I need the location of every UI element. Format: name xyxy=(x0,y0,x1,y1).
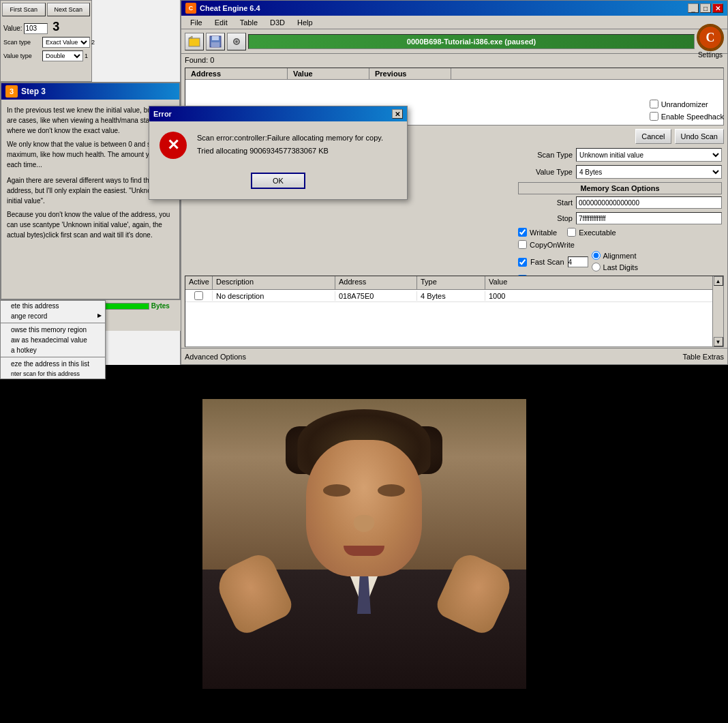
col-active: Active xyxy=(185,276,213,289)
meme-left-eye xyxy=(323,484,350,497)
menu-help[interactable]: Help xyxy=(292,17,318,28)
context-item-delete[interactable]: ete this address xyxy=(1,301,105,311)
copy-on-write-checkbox[interactable] xyxy=(518,240,527,249)
start-label: Start xyxy=(518,198,573,207)
ok-button[interactable]: OK xyxy=(251,173,305,189)
save-file-button[interactable] xyxy=(206,33,225,50)
value-label: Value: xyxy=(3,25,22,32)
error-button-row: OK xyxy=(149,169,407,199)
value-type-select[interactable]: 4 Bytes xyxy=(576,165,722,179)
settings-button[interactable] xyxy=(227,33,246,50)
enable-speedhack-label: Enable Speedhack xyxy=(661,113,724,121)
next-scan-button[interactable]: Next Scan xyxy=(47,3,91,16)
ce-titlebar: C Cheat Engine 6.4 _ □ ✕ xyxy=(181,1,727,16)
meme-mouth xyxy=(344,546,384,556)
context-menu: ete this address ange record owse this m… xyxy=(0,300,106,379)
open-file-button[interactable] xyxy=(185,33,204,50)
ce-window-controls: _ □ ✕ xyxy=(688,3,723,13)
svg-marker-1 xyxy=(189,36,192,38)
step-text-4: Because you don't know the value of the … xyxy=(7,209,174,240)
address-list: Active Description Address Type Value No… xyxy=(185,276,724,347)
svg-rect-3 xyxy=(212,36,219,40)
scroll-up-arrow[interactable]: ▲ xyxy=(714,276,723,286)
advanced-options-label[interactable]: Advanced Options xyxy=(185,353,246,361)
address-active-check[interactable] xyxy=(194,291,203,300)
ce-status-bar: Found: 0 xyxy=(181,54,727,66)
table-extras-label[interactable]: Table Extras xyxy=(682,353,724,361)
unrandomizer-checkbox[interactable] xyxy=(650,100,658,108)
scan-options-panel: Scan Type Unknown initial value Value Ty… xyxy=(516,146,724,287)
fast-scan-input[interactable] xyxy=(568,256,588,267)
address-list-row[interactable]: No description 018A75E0 4 Bytes 1000 xyxy=(185,290,723,302)
menu-table[interactable]: Table xyxy=(234,17,263,28)
col-value: Value xyxy=(288,68,369,79)
meme-nose xyxy=(354,515,374,532)
last-digits-radio[interactable] xyxy=(592,263,601,271)
value-type-select-mini[interactable]: Double xyxy=(42,50,83,61)
close-button[interactable]: ✕ xyxy=(712,3,723,13)
cancel-button[interactable]: Cancel xyxy=(635,129,671,144)
fast-scan-checkbox[interactable] xyxy=(518,258,527,267)
meme-right-eye xyxy=(378,484,405,497)
executable-label: Executable xyxy=(579,228,616,237)
ce-title-left: C Cheat Engine 6.4 xyxy=(185,3,260,14)
executable-checkbox[interactable] xyxy=(567,228,576,237)
scan-type-label: Scan Type xyxy=(518,151,573,159)
error-dialog: Error ✕ ✕ Scan error:controller:Failure … xyxy=(149,106,408,200)
enable-speedhack-checkbox[interactable] xyxy=(650,112,658,121)
context-item-hex[interactable]: aw as hexadecimal value xyxy=(1,335,105,345)
error-title-text: Error xyxy=(153,110,172,118)
error-close-button[interactable]: ✕ xyxy=(392,109,403,119)
col-val: Value xyxy=(485,276,723,289)
progress-label: Bytes xyxy=(151,302,170,310)
unrandomizer-label: Unrandomizer xyxy=(661,100,708,108)
scan-type-select-mini[interactable]: Exact Value xyxy=(42,37,90,48)
menu-file[interactable]: File xyxy=(185,17,208,28)
fast-scan-label: Fast Scan xyxy=(530,258,564,266)
step-title: Step 3 xyxy=(21,87,46,96)
mini-scan-window: First Scan Next Scan Value: 103 3 Scan t… xyxy=(0,0,92,82)
scan-type-select[interactable]: Unknown initial value xyxy=(576,148,722,162)
context-item-change[interactable]: ange record xyxy=(1,311,105,321)
start-input[interactable] xyxy=(576,196,722,209)
ce-footer: Advanced Options Table Extras xyxy=(181,348,727,364)
context-item-hotkey[interactable]: a hotkey xyxy=(1,345,105,355)
step-icon: 3 xyxy=(5,85,18,98)
meme-section: CHEAT ENGINE HISTORY HD imgflip.com xyxy=(0,365,728,723)
addr-scrollbar[interactable]: ▲ ▼ xyxy=(712,276,723,346)
menu-edit[interactable]: Edit xyxy=(209,17,233,28)
context-item-freeze[interactable]: eze the address in this list xyxy=(1,359,105,369)
copy-on-write-label: CopyOnWrite xyxy=(530,241,575,249)
exact-value-label: 2 xyxy=(91,39,95,46)
error-message-line2: Tried allocating 9006934577383067 KB xyxy=(197,147,329,155)
row-active-checkbox[interactable] xyxy=(185,291,213,301)
ce-logo: C xyxy=(697,24,724,51)
row-description: No description xyxy=(213,291,335,301)
svg-text:C: C xyxy=(706,31,715,44)
last-digits-label: Last Digits xyxy=(603,263,638,271)
minimize-button[interactable]: _ xyxy=(688,3,699,13)
process-bar[interactable]: 0000B698-Tutorial-i386.exe (paused) xyxy=(248,34,695,49)
context-item-scan[interactable]: nter scan for this address xyxy=(1,369,105,379)
scroll-down-arrow[interactable]: ▼ xyxy=(714,337,723,346)
context-item-browse[interactable]: owse this memory region xyxy=(1,325,105,335)
writable-label: Writable xyxy=(530,228,557,237)
first-scan-button[interactable]: First Scan xyxy=(2,3,46,16)
meme-face xyxy=(306,440,422,576)
step-title-bar: 3 Step 3 xyxy=(1,83,179,100)
maximize-button[interactable]: □ xyxy=(700,3,711,13)
row-value: 1000 xyxy=(485,291,723,301)
col-type: Type xyxy=(417,276,485,289)
alignment-label: Alignment xyxy=(603,252,637,260)
error-message-line1: Scan error:controller:Failure allocating… xyxy=(197,134,383,142)
alignment-radio[interactable] xyxy=(592,251,601,260)
process-name: 0000B698-Tutorial-i386.exe (paused) xyxy=(407,38,536,46)
address-list-header: Active Description Address Type Value xyxy=(185,276,723,290)
menu-d3d[interactable]: D3D xyxy=(264,17,290,28)
undo-scan-button[interactable]: Undo Scan xyxy=(675,129,724,144)
stop-input[interactable] xyxy=(576,212,722,224)
svg-rect-0 xyxy=(189,38,200,46)
writable-checkbox[interactable] xyxy=(518,228,527,237)
ce-app-icon: C xyxy=(185,3,196,14)
ce-app-area: First Scan Next Scan Value: 103 3 Scan t… xyxy=(0,0,728,365)
